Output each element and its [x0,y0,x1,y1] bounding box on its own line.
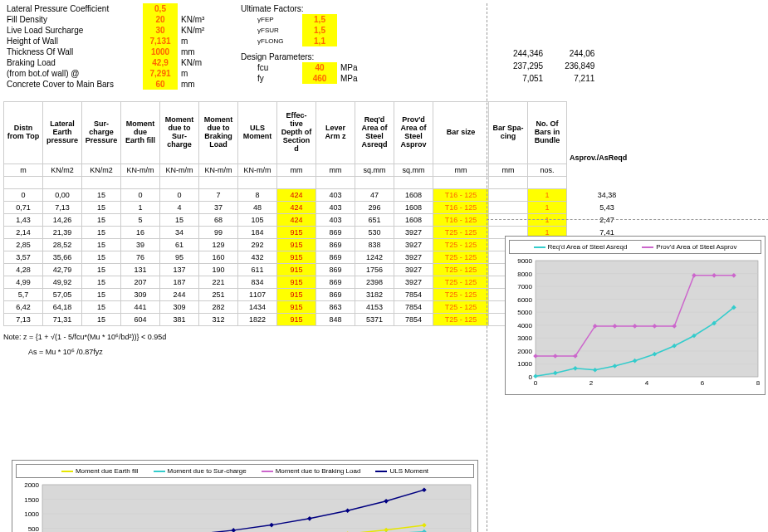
cell: 76 [121,251,160,264]
cell: 15 [82,202,121,214]
cell: 611 [238,264,277,276]
svg-text:0: 0 [529,373,533,381]
svg-text:1500: 1500 [24,496,39,504]
cell: 915 [277,239,316,251]
side-value: 244,346 [503,48,553,59]
cell: 34 [160,227,199,239]
cell: 915 [277,289,316,301]
factor-value[interactable]: 1,5 [302,25,337,36]
cell: 3927 [394,227,433,239]
design-value[interactable]: 460 [302,73,337,84]
cell: 1822 [238,314,277,326]
side-value: 244,06 [555,48,604,59]
input-label: Concrete Cover to Main Bars [3,79,143,90]
cell: 37 [199,202,238,214]
input-value[interactable]: 20 [143,14,178,25]
cell: 863 [316,301,355,314]
cell: 7854 [394,301,433,314]
svg-text:6: 6 [701,379,705,387]
factor-value[interactable]: 1,5 [302,14,337,25]
unit-cell: mm [433,164,489,177]
cell: 39 [121,239,160,251]
input-value[interactable]: 60 [143,79,178,90]
chart-moments: Moment due Earth fillMoment due to Sur-c… [12,460,478,532]
svg-text:7000: 7000 [517,283,532,290]
design-value[interactable]: 40 [302,62,337,73]
input-value[interactable]: 42,9 [143,57,178,68]
factor-value[interactable]: 1,1 [302,36,337,46]
design-unit: MPa [337,73,384,84]
design-unit: MPa [337,62,384,73]
cell: 1107 [238,289,277,301]
cell: 49,92 [43,276,82,289]
cell: 869 [316,264,355,276]
input-unit: m [178,36,224,46]
design-parameters-title: Design Parameters: [237,51,317,62]
input-unit: KN/m³ [178,14,224,25]
side-value: 7,051 [503,73,553,84]
input-unit: KN/m² [178,25,224,36]
cell: 15 [82,264,121,276]
cell: 2398 [355,276,394,289]
svg-rect-58 [536,261,758,377]
svg-text:8: 8 [756,379,761,387]
cell: 5371 [355,314,394,326]
col-header: Req'd Area of Steel Asreqd [355,102,394,164]
cell: 61 [160,239,199,251]
cell [489,202,528,214]
input-value[interactable]: 7,291 [143,68,178,79]
input-label: Braking Load [3,57,143,68]
svg-rect-0 [42,485,471,532]
cell: 3927 [394,239,433,251]
unit-cell: KN-m/m [238,164,277,177]
col-header: No. Of Bars in Bundle [528,102,567,164]
cell: 28,52 [43,239,82,251]
input-value[interactable]: 30 [143,25,178,36]
cell: 184 [238,227,277,239]
svg-text:3000: 3000 [517,334,532,342]
cell: 869 [316,239,355,251]
cell: 1 [528,214,567,227]
cell: 915 [277,264,316,276]
cell: 42,79 [43,264,82,276]
cell: 441 [121,301,160,314]
ratio-cell: 2,47 [567,214,648,227]
svg-text:2000: 2000 [517,348,532,355]
cell: 1242 [355,251,394,264]
cell: 915 [277,276,316,289]
col-header-ratio: Asprov./AsReqd [567,102,648,164]
legend-item: Req'd Area of Steel Asreqd [534,243,628,251]
cell: 0,00 [43,189,82,202]
cell: 4 [160,202,199,214]
cell: T25 - 125 [433,276,489,289]
unit-cell: KN/m2 [43,164,82,177]
cell: 95 [160,251,199,264]
cell: 530 [355,227,394,239]
col-header: Distn from Top [4,102,43,164]
unit-cell: sq.mm [355,164,394,177]
cell: 251 [199,289,238,301]
cell: 869 [316,227,355,239]
cell: 105 [238,214,277,227]
cell: 3927 [394,264,433,276]
cell: 0 [4,189,43,202]
cell: 1608 [394,189,433,202]
cell: 15 [82,227,121,239]
cell: 604 [121,314,160,326]
cell: 915 [277,227,316,239]
input-unit: mm [178,46,224,57]
cell: 8 [238,189,277,202]
unit-cell: mm [277,164,316,177]
cell: 651 [355,214,394,227]
cell: T25 - 125 [433,239,489,251]
input-label: Lateral Pressure Coefficient [3,3,143,14]
col-header: Prov'd Area of Steel Asprov [394,102,433,164]
unit-cell: KN-m/m [121,164,160,177]
input-value[interactable]: 7,131 [143,36,178,46]
input-value[interactable]: 0,5 [143,3,178,14]
input-value[interactable]: 1000 [143,46,178,57]
cell: 915 [277,301,316,314]
unit-cell: KN-m/m [199,164,238,177]
cell: 834 [238,276,277,289]
cell: 244 [160,289,199,301]
